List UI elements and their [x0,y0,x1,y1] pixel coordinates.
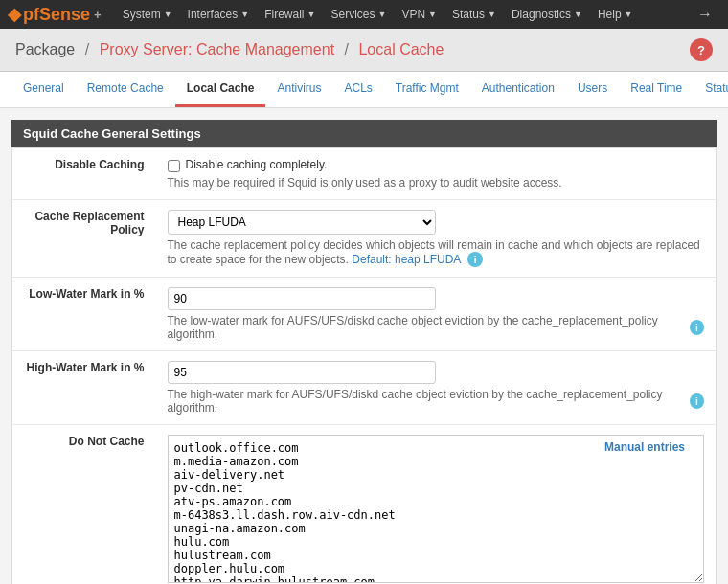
nav-help-arrow: ▼ [625,10,633,19]
low-water-mark-help: The low-water mark for AUFS/UFS/diskd ca… [168,314,705,341]
nav-interfaces-arrow: ▼ [240,10,249,19]
label-low-water-mark: Low-Water Mark in % [12,278,156,351]
nav-status-arrow: ▼ [488,10,496,19]
tab-remote-cache[interactable]: Remote Cache [76,72,175,107]
do-not-cache-textarea[interactable]: outlook.office.com m.media-amazon.com ai… [168,435,705,583]
nav-status-label: Status [452,8,485,21]
nav-help[interactable]: Help ▼ [590,0,641,29]
nav-diagnostics-label: Diagnostics [512,8,571,21]
value-high-water-mark: The high-water mark for AUFS/UFS/diskd c… [156,351,717,425]
brand-name: pfSense [23,5,90,25]
breadcrumb-package: Package [15,41,75,57]
row-disable-caching: Disable Caching Disable caching complete… [12,148,717,200]
nav-firewall[interactable]: Firewall ▼ [257,0,323,29]
nav-vpn[interactable]: VPN ▼ [394,0,444,29]
nav-vpn-arrow: ▼ [428,10,437,19]
row-high-water-mark: High-Water Mark in % The high-water mark… [12,351,717,425]
breadcrumb-bar: Package / Proxy Server: Cache Management… [0,29,728,72]
breadcrumb: Package / Proxy Server: Cache Management… [15,41,444,58]
top-navigation: ◆ pfSense + System ▼ Interfaces ▼ Firewa… [0,0,728,29]
brand-plus: + [94,8,102,22]
nav-services-label: Services [330,8,375,21]
nav-interfaces-label: Interfaces [188,8,239,21]
brand-icon: ◆ [8,4,21,25]
nav-system-label: System [123,8,161,21]
nav-help-label: Help [598,8,622,21]
label-cache-replacement: Cache Replacement Policy [12,200,156,278]
nav-status[interactable]: Status ▼ [444,0,504,29]
section-title: Squid Cache General Settings [23,126,201,141]
breadcrumb-proxy-server[interactable]: Proxy Server: Cache Management [100,41,334,57]
nav-firewall-arrow: ▼ [307,10,316,19]
do-not-cache-container: outlook.office.com m.media-amazon.com ai… [168,435,705,584]
disable-caching-checkbox[interactable] [168,160,180,172]
label-do-not-cache: Do Not Cache [12,425,156,585]
nav-services[interactable]: Services ▼ [323,0,394,29]
label-disable-caching: Disable Caching [12,148,156,200]
cache-replacement-help: The cache replacement policy decides whi… [168,238,705,267]
tab-status[interactable]: Status [694,72,728,107]
disable-caching-help: This may be required if Squid is only us… [168,176,705,190]
high-water-mark-help: The high-water mark for AUFS/UFS/diskd c… [168,388,705,415]
high-water-mark-input[interactable] [168,361,436,384]
tab-local-cache[interactable]: Local Cache [175,72,266,107]
nav-firewall-label: Firewall [264,8,304,21]
tab-users[interactable]: Users [566,72,619,107]
disable-caching-label: Disable caching completely. [186,158,328,171]
nav-vpn-label: VPN [401,8,425,21]
value-do-not-cache: outlook.office.com m.media-amazon.com ai… [156,425,717,585]
cache-replacement-select[interactable]: Heap LFUDA Heap GDSF Heap LRU LRU [168,210,436,235]
breadcrumb-local-cache[interactable]: Local Cache [358,41,444,57]
cache-replacement-default-link[interactable]: Default: heap LFUDA [352,253,460,266]
value-low-water-mark: The low-water mark for AUFS/UFS/diskd ca… [156,278,717,351]
breadcrumb-sep1: / [85,41,89,57]
tab-bar: General Remote Cache Local Cache Antivir… [0,72,728,108]
nav-diagnostics-arrow: ▼ [574,10,582,19]
tab-real-time[interactable]: Real Time [619,72,694,107]
tab-antivirus[interactable]: Antivirus [265,72,332,107]
row-cache-replacement-policy: Cache Replacement Policy Heap LFUDA Heap… [12,200,717,278]
help-button[interactable]: ? [690,38,713,61]
nav-system-arrow: ▼ [164,10,172,19]
settings-table: Disable Caching Disable caching complete… [11,147,717,584]
nav-interfaces[interactable]: Interfaces ▼ [180,0,258,29]
tab-general[interactable]: General [11,72,76,107]
breadcrumb-sep2: / [345,41,349,57]
nav-system[interactable]: System ▼ [115,0,180,29]
low-water-mark-info-icon[interactable]: i [690,320,704,335]
main-content: Squid Cache General Settings Disable Cac… [0,120,728,584]
low-water-mark-input[interactable] [168,287,436,310]
tab-authentication[interactable]: Authentication [470,72,566,107]
value-disable-caching: Disable caching completely. This may be … [156,148,717,200]
nav-services-arrow: ▼ [377,10,386,19]
high-water-mark-info-icon[interactable]: i [690,393,704,409]
logout-icon[interactable]: → [690,6,720,23]
row-do-not-cache: Do Not Cache outlook.office.com m.media-… [12,425,717,585]
row-low-water-mark: Low-Water Mark in % The low-water mark f… [12,278,717,351]
brand-logo: ◆ pfSense + [8,4,103,25]
tab-acls[interactable]: ACLs [332,72,383,107]
nav-diagnostics[interactable]: Diagnostics ▼ [504,0,590,29]
section-header: Squid Cache General Settings [11,120,717,147]
value-cache-replacement: Heap LFUDA Heap GDSF Heap LRU LRU The ca… [156,200,717,278]
tab-traffic-mgmt[interactable]: Traffic Mgmt [384,72,470,107]
cache-replacement-info-icon[interactable]: i [467,252,483,267]
label-high-water-mark: High-Water Mark in % [12,351,156,425]
